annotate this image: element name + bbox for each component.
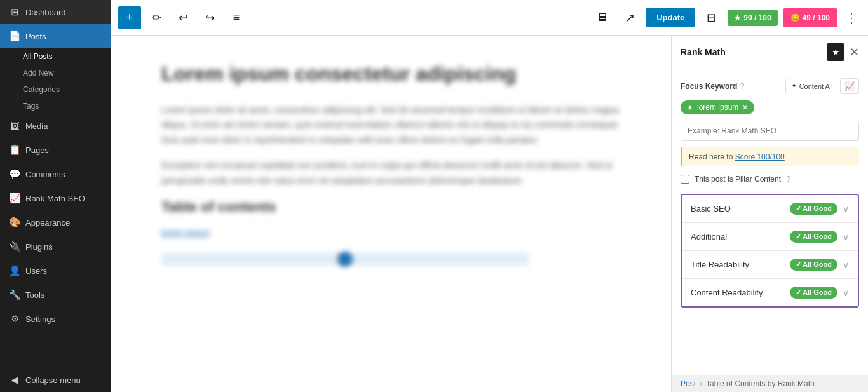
sidebar-item-label: Dashboard — [25, 8, 66, 17]
sidebar-item-comments[interactable]: 💬 Comments — [0, 162, 111, 186]
accordion-header-content-readability[interactable]: Content Readability ✓ All Good ∨ — [682, 279, 858, 306]
more-options-button[interactable]: ⋮ — [843, 8, 860, 28]
accordion-item-additional: Additional ✓ All Good ∨ — [682, 223, 858, 251]
breadcrumb-parent[interactable]: Post — [681, 379, 696, 388]
pillar-help-icon[interactable]: ? — [786, 174, 790, 184]
list-icon: ≡ — [233, 11, 240, 24]
focus-keyword-row: Focus Keyword ? ✦ Content AI 📈 — [681, 78, 859, 94]
settings-icon: ⚙ — [9, 313, 20, 325]
editor-section-title: Table of contents — [161, 199, 620, 215]
readability-score-value-wrap[interactable]: 😊 49 / 100 — [783, 8, 837, 27]
basic-seo-chevron-icon: ∨ — [843, 204, 849, 214]
sidebar-item-rankmath[interactable]: 📈 Rank Math SEO — [0, 186, 111, 210]
appearance-icon: 🎨 — [9, 217, 20, 228]
chart-button[interactable]: 📈 — [840, 78, 859, 94]
pages-icon: 📋 — [9, 144, 20, 156]
sidebar-item-dashboard[interactable]: ⊞ Dashboard — [0, 0, 111, 24]
seo-score-value: 90 / 100 — [743, 13, 771, 22]
seo-accordion: Basic SEO ✓ All Good ∨ Additional ✓ All … — [681, 194, 859, 308]
accordion-item-title-readability: Title Readability ✓ All Good ∨ — [682, 251, 858, 279]
sidebar-item-label: Media — [25, 121, 48, 131]
pillar-checkbox[interactable] — [681, 175, 689, 184]
rm-close-button[interactable]: ✕ — [850, 45, 859, 59]
comments-icon: 💬 — [9, 168, 20, 180]
rm-star-button[interactable]: ★ — [827, 43, 844, 61]
keyword-input[interactable] — [681, 121, 859, 141]
panel-icon: ⊟ — [707, 11, 716, 25]
seo-score-badge[interactable]: ★ 90 / 100 — [728, 10, 777, 26]
content-readability-badge: ✓ All Good — [790, 287, 837, 299]
undo-button[interactable]: ↩ — [172, 6, 194, 29]
add-button[interactable]: + — [118, 6, 141, 29]
sidebar-item-label: Rank Math SEO — [25, 194, 85, 203]
keyword-tag: ★ lorem ipsum ✕ — [681, 100, 754, 114]
sidebar-subitem-tags[interactable]: Tags — [0, 98, 111, 114]
monitor-button[interactable]: 🖥 — [590, 6, 613, 29]
subitem-label: Add New — [23, 69, 54, 78]
focus-keyword-label: Focus Keyword — [681, 82, 737, 91]
editor-content: Lorem ipsum consectetur adipiscing Lorem… — [161, 61, 620, 266]
sidebar-item-users[interactable]: 👤 Users — [0, 259, 111, 283]
editor-para-link: lorem ipsum — [161, 226, 620, 241]
main-wrapper: + ✏ ↩ ↪ ≡ 🖥 ↗ Update ⊟ ★ — [111, 0, 868, 392]
sidebar-item-posts[interactable]: 📄 Posts — [0, 24, 111, 48]
editor-main[interactable]: Lorem ipsum consectetur adipiscing Lorem… — [111, 36, 671, 392]
sidebar-item-label: Plugins — [25, 242, 53, 252]
content-ai-label: Content AI — [799, 83, 832, 90]
readability-score-badge: 😊 49 / 100 — [783, 8, 837, 27]
rankmath-panel: Rank Math ★ ✕ Focus Keyword ? ✦ Content … — [671, 36, 868, 392]
accordion-header-title-readability[interactable]: Title Readability ✓ All Good ∨ — [682, 251, 858, 278]
score-star-icon: ★ — [734, 13, 741, 22]
editor-para-1: Lorem ipsum dolor sit amet, consectetur … — [161, 103, 620, 148]
readability-score-value: 49 / 100 — [803, 13, 830, 22]
external-link-button[interactable]: ↗ — [618, 6, 641, 29]
rm-panel-title: Rank Math — [681, 47, 822, 57]
sidebar-item-pages[interactable]: 📋 Pages — [0, 138, 111, 162]
update-button[interactable]: Update — [646, 8, 695, 27]
subitem-label: All Posts — [23, 52, 53, 61]
accordion-header-additional[interactable]: Additional ✓ All Good ∨ — [682, 223, 858, 250]
accordion-label-content-readability: Content Readability — [691, 288, 790, 297]
sidebar-item-label: Collapse menu — [25, 375, 81, 385]
subitem-label: Categories — [23, 85, 60, 94]
sidebar-subitem-all-posts[interactable]: All Posts — [0, 48, 111, 65]
external-link-icon: ↗ — [625, 11, 635, 25]
sidebar-item-media[interactable]: 🖼 Media — [0, 114, 111, 138]
sidebar-subitem-categories[interactable]: Categories — [0, 81, 111, 98]
sidebar-item-plugins[interactable]: 🔌 Plugins — [0, 234, 111, 259]
content-readability-chevron-icon: ∨ — [843, 288, 849, 298]
additional-chevron-icon: ∨ — [843, 232, 849, 242]
sidebar-item-settings[interactable]: ⚙ Settings — [0, 307, 111, 331]
list-button[interactable]: ≡ — [225, 6, 248, 29]
sidebar-item-appearance[interactable]: 🎨 Appearance — [0, 210, 111, 234]
sidebar-item-tools[interactable]: 🔧 Tools — [0, 283, 111, 307]
redo-button[interactable]: ↪ — [198, 6, 221, 29]
sidebar-item-label: Tools — [25, 290, 44, 300]
collapse-icon: ◀ — [9, 374, 20, 386]
keyword-tag-text: lorem ipsum — [697, 103, 738, 112]
accordion-header-basic-seo[interactable]: Basic SEO ✓ All Good ∨ — [682, 195, 858, 222]
tools-icon: 🔧 — [9, 289, 20, 301]
toolbar: + ✏ ↩ ↪ ≡ 🖥 ↗ Update ⊟ ★ — [111, 0, 868, 36]
redo-icon: ↪ — [205, 11, 215, 25]
editor-container: Lorem ipsum consectetur adipiscing Lorem… — [111, 36, 868, 392]
sidebar-item-label: Users — [25, 266, 47, 276]
rm-header: Rank Math ★ ✕ — [672, 36, 868, 69]
notice-link[interactable]: Score 100/100 — [735, 152, 785, 161]
editor-title: Lorem ipsum consectetur adipiscing — [161, 61, 620, 88]
focus-keyword-help-icon[interactable]: ? — [740, 81, 744, 91]
dashboard-icon: ⊞ — [9, 6, 20, 18]
pencil-button[interactable]: ✏ — [145, 6, 168, 29]
basic-seo-badge: ✓ All Good — [790, 203, 837, 215]
panel-button[interactable]: ⊟ — [700, 6, 722, 29]
keyword-star-icon: ★ — [687, 104, 693, 112]
content-ai-button[interactable]: ✦ Content AI — [785, 79, 837, 93]
accordion-item-basic-seo: Basic SEO ✓ All Good ∨ — [682, 195, 858, 223]
sidebar-item-label: Pages — [25, 145, 49, 155]
breadcrumb: Post › Table of Contents by Rank Math — [672, 375, 868, 392]
sidebar-subitem-add-new[interactable]: Add New — [0, 65, 111, 81]
posts-icon: 📄 — [9, 30, 20, 42]
sidebar-item-collapse[interactable]: ◀ Collapse menu — [0, 368, 111, 392]
keyword-tag-remove-button[interactable]: ✕ — [742, 104, 748, 112]
title-readability-chevron-icon: ∨ — [843, 260, 849, 270]
